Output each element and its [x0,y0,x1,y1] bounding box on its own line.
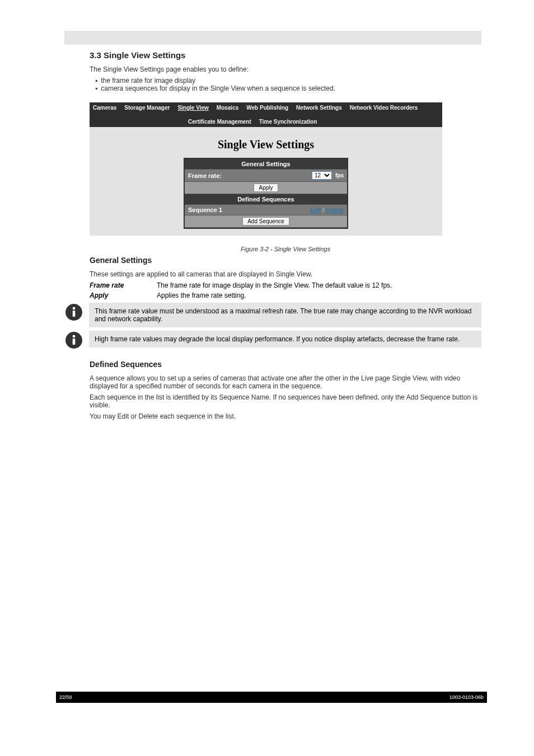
edit-link[interactable]: Edit [310,206,321,213]
frame-rate-row: Frame rate: 12 fps [185,170,347,182]
apply-button[interactable]: Apply [254,184,278,192]
svg-point-4 [73,335,76,338]
delete-link[interactable]: Delete [326,206,344,213]
footer-docref: 1003-0103-06b [449,694,484,700]
defined-seq-para3: You may Edit or Delete each sequence in … [90,412,481,420]
header-bar [64,31,481,45]
param-table: Frame rate The frame rate for image disp… [90,281,481,299]
nav-cameras[interactable]: Cameras [93,105,116,111]
general-settings-intro: These settings are applied to all camera… [90,270,481,278]
nav-cert-mgmt[interactable]: Certificate Management [188,119,251,125]
fps-unit: fps [335,172,344,179]
sequence-row: Sequence 1 Edit / Delete [185,205,347,215]
embedded-screenshot: Cameras Storage Manager Single View Mosa… [90,102,442,236]
nav-mosaics[interactable]: Mosaics [217,105,238,111]
nav-single-view[interactable]: Single View [177,105,208,111]
svg-point-1 [73,307,76,310]
nav-time-sync[interactable]: Time Synchronization [259,119,317,125]
defined-sequences-header: Defined Sequences [185,194,347,205]
param-apply-text: Applies the frame rate setting. [157,292,481,299]
info-icon [64,331,83,350]
settings-box: General Settings Frame rate: 12 fps Appl… [184,158,348,229]
info-note-1: This frame rate value must be understood… [89,303,481,327]
bullet-item: the frame rate for image display [95,77,481,84]
frame-rate-label: Frame rate: [188,172,222,179]
general-settings-header: General Settings [185,159,347,170]
defined-seq-para1: A sequence allows you to set up a series… [90,374,481,390]
nav-storage-manager[interactable]: Storage Manager [124,105,170,111]
section-intro: The Single View Settings page enables yo… [90,65,481,73]
nav-web-publishing[interactable]: Web Publishing [246,105,288,111]
info-note-2: High frame rate values may degrade the l… [89,331,481,348]
general-settings-heading: General Settings [90,256,481,265]
add-sequence-button[interactable]: Add Sequence [242,217,289,226]
defined-sequences-heading: Defined Sequences [90,360,481,369]
footer-bar: 22/58 1003-0103-06b [56,692,487,703]
footer-page: 22/58 [59,694,72,700]
defined-seq-para2: Each sequence in the list is identified … [90,393,481,409]
nav-nvrs[interactable]: Network Video Recorders [350,105,418,111]
param-frame-rate-text: The frame rate for image display in the … [157,281,481,289]
info-icon [64,303,83,322]
svg-rect-2 [73,311,76,317]
bullet-item: camera sequences for display in the Sing… [95,84,481,92]
section-heading: 3.3 Single View Settings [90,50,481,60]
link-separator: / [321,206,326,213]
bullet-list: the frame rate for image display camera … [90,77,481,92]
panel-title: Single View Settings [90,138,442,151]
admin-nav-bar: Cameras Storage Manager Single View Mosa… [90,102,442,127]
svg-rect-5 [73,339,76,345]
frame-rate-select[interactable]: 12 [312,171,332,180]
sequence-name: Sequence 1 [188,206,222,213]
nav-network-settings[interactable]: Network Settings [296,105,342,111]
figure-caption: Figure 3-2 - Single View Settings [90,246,481,252]
param-apply-label: Apply [90,292,157,299]
param-frame-rate-label: Frame rate [90,281,157,289]
